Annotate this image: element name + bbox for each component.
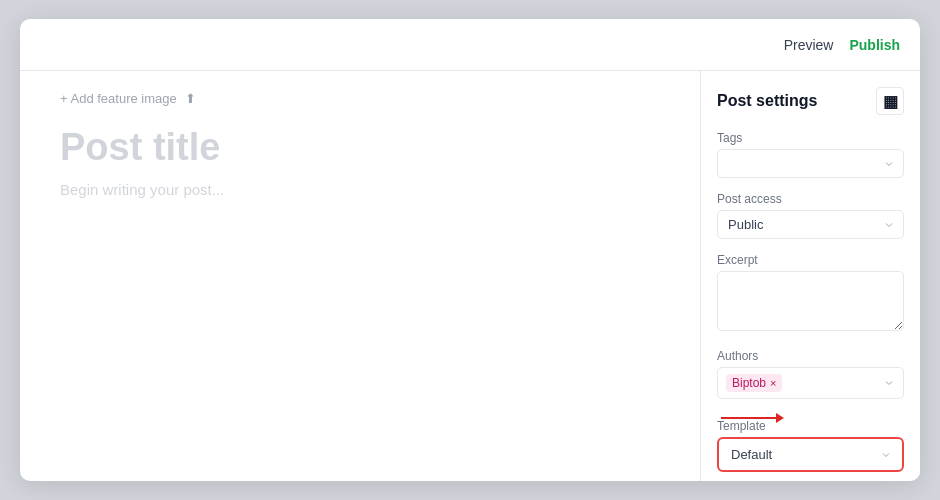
sidebar-title: Post settings ▦	[717, 87, 904, 115]
post-access-field-group: Post access Public Members only Paid mem…	[717, 192, 904, 239]
author-tag-biptob: Biptob ×	[726, 374, 782, 392]
author-tag-name: Biptob	[732, 376, 766, 390]
post-access-dropdown[interactable]: Public Members only Paid members only	[717, 210, 904, 239]
top-bar-actions: Preview Publish	[784, 37, 900, 53]
layout-icon: ▦	[883, 92, 898, 111]
authors-field-group: Authors Biptob ×	[717, 349, 904, 399]
top-bar: Preview Publish	[20, 19, 920, 71]
sidebar-title-text: Post settings	[717, 92, 817, 110]
post-access-label: Post access	[717, 192, 904, 206]
feature-image-row[interactable]: + Add feature image ⬆	[60, 91, 660, 106]
tags-label: Tags	[717, 131, 904, 145]
remove-author-button[interactable]: ×	[770, 377, 776, 389]
editor-area[interactable]: + Add feature image ⬆ Post title Begin w…	[20, 71, 700, 481]
red-arrow	[721, 413, 784, 423]
template-field-group: Template Default Wide Full width	[717, 419, 904, 472]
authors-label: Authors	[717, 349, 904, 363]
main-layout: + Add feature image ⬆ Post title Begin w…	[20, 71, 920, 481]
template-field-wrapper: Default Wide Full width	[717, 437, 904, 472]
excerpt-label: Excerpt	[717, 253, 904, 267]
excerpt-field-group: Excerpt	[717, 253, 904, 335]
preview-button[interactable]: Preview	[784, 37, 834, 53]
post-body[interactable]: Begin writing your post...	[60, 181, 660, 198]
arrow-container	[717, 413, 904, 423]
post-title[interactable]: Post title	[60, 126, 660, 169]
authors-field[interactable]: Biptob ×	[717, 367, 904, 399]
tags-field-group: Tags	[717, 131, 904, 178]
publish-button[interactable]: Publish	[849, 37, 900, 53]
add-feature-image-label[interactable]: + Add feature image	[60, 91, 177, 106]
main-window: Preview Publish + Add feature image ⬆ Po…	[20, 19, 920, 481]
tags-dropdown[interactable]	[717, 149, 904, 178]
upload-icon: ⬆	[185, 91, 196, 106]
sidebar-toggle-button[interactable]: ▦	[876, 87, 904, 115]
template-dropdown[interactable]: Default Wide Full width	[721, 441, 900, 468]
red-arrow-line	[721, 417, 776, 419]
excerpt-textarea[interactable]	[717, 271, 904, 331]
red-arrow-head	[776, 413, 784, 423]
sidebar: Post settings ▦ Tags Post access Public …	[700, 71, 920, 481]
